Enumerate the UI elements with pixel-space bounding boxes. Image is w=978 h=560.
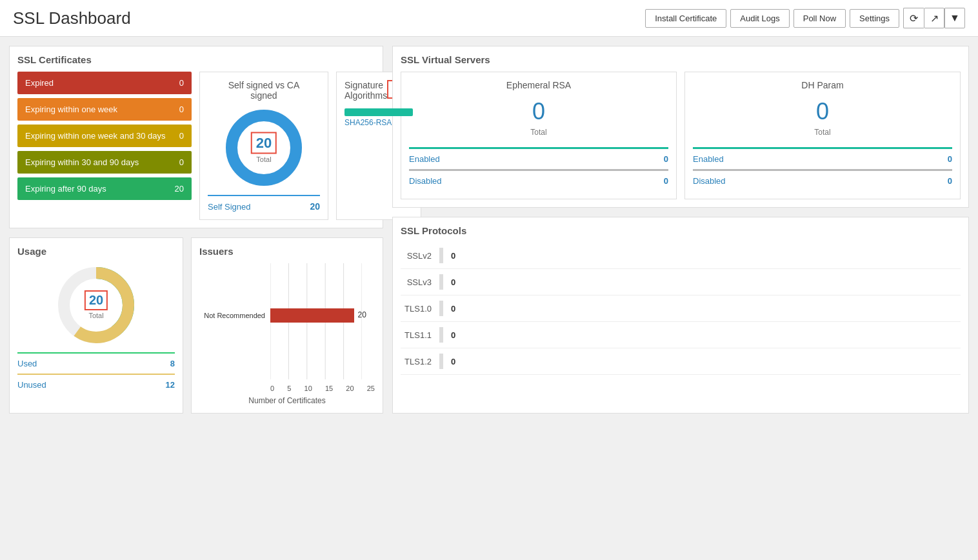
cert-bar-week[interactable]: Expiring within one week 0 bbox=[17, 98, 192, 121]
usage-section: Usage 20 Total bbox=[9, 237, 183, 414]
issuers-section: Issuers Not Recommen bbox=[191, 237, 383, 414]
protocol-tls10: TLS1.0 0 bbox=[401, 295, 961, 322]
x-label-5: 5 bbox=[287, 385, 291, 392]
dh-param-total: 0 bbox=[816, 98, 829, 125]
ssl-protocols-section: SSL Protocols SSLv2 0 SSLv3 0 TL bbox=[392, 217, 969, 414]
sig-bar-track bbox=[344, 108, 413, 116]
page-title: SSL Dashboard bbox=[13, 8, 131, 28]
install-certificate-button[interactable]: Install Certificate bbox=[645, 9, 726, 28]
protocol-sslv3: SSLv3 0 bbox=[401, 269, 961, 295]
issuer-bar-value: 20 bbox=[358, 310, 366, 319]
dashboard: SSL Certificates Expired 0 Expiring with… bbox=[0, 37, 978, 423]
dropdown-icon[interactable]: ▼ bbox=[944, 8, 965, 28]
protocol-sslv3-value: 0 bbox=[451, 277, 455, 287]
cert-bar-week-label: Expiring within one week bbox=[25, 105, 117, 114]
dh-param-disabled-row[interactable]: Disabled 0 bbox=[693, 169, 952, 191]
protocol-sslv3-name: SSLv3 bbox=[401, 277, 439, 287]
protocol-tls12-name: TLS1.2 bbox=[401, 357, 439, 366]
cert-bar-expired-value: 0 bbox=[179, 78, 184, 88]
sig-algo-name: SHA256-RSA bbox=[344, 118, 392, 127]
issuer-bar bbox=[270, 308, 354, 323]
usage-used-row[interactable]: Used 8 bbox=[17, 352, 175, 374]
protocol-sslv2-value: 0 bbox=[451, 251, 455, 261]
x-label-25: 25 bbox=[367, 385, 375, 392]
dh-param-total-label: Total bbox=[814, 128, 830, 137]
usage-unused-row[interactable]: Unused 12 bbox=[17, 374, 175, 395]
usage-unused-value: 12 bbox=[166, 380, 175, 390]
dh-param-card: DH Param 0 Total Enabled 0 Disabled 0 bbox=[684, 72, 961, 199]
ssl-certs-title: SSL Certificates bbox=[17, 54, 375, 65]
x-label-20: 20 bbox=[346, 385, 354, 392]
dh-param-disabled-value: 0 bbox=[948, 176, 952, 186]
protocol-sslv2-name: SSLv2 bbox=[401, 251, 439, 261]
refresh-icon[interactable]: ⟳ bbox=[903, 8, 924, 28]
ssl-certs-section: SSL Certificates Expired 0 Expiring with… bbox=[9, 46, 383, 228]
usage-used-value: 8 bbox=[170, 359, 175, 368]
x-label-0: 0 bbox=[270, 385, 274, 392]
toolbar: Install Certificate Audit Logs Poll Now … bbox=[645, 8, 965, 28]
self-signed-donut-label: 20 Total bbox=[251, 132, 277, 164]
ssl-vs-title: SSL Virtual Servers bbox=[401, 54, 961, 65]
issuers-title: Issuers bbox=[199, 246, 375, 257]
issuer-bar-row: Not Recommended 20 bbox=[199, 308, 375, 323]
cert-bar-week-30[interactable]: Expiring within one week and 30 days 0 bbox=[17, 125, 192, 147]
x-label-15: 15 bbox=[325, 385, 333, 392]
self-signed-footer: Self Signed 20 bbox=[208, 195, 320, 212]
cert-bar-expired[interactable]: Expired 0 bbox=[17, 72, 192, 94]
self-signed-footer-value: 20 bbox=[310, 201, 320, 212]
extra-actions: ⟳ ↗ ▼ bbox=[903, 8, 965, 28]
dh-param-title: DH Param bbox=[801, 80, 843, 90]
ephemeral-rsa-enabled-label: Enabled bbox=[409, 154, 440, 164]
cert-bars: Expired 0 Expiring within one week 0 Exp… bbox=[17, 72, 192, 220]
audit-logs-button[interactable]: Audit Logs bbox=[730, 9, 789, 28]
ssl-vs-grid: Ephemeral RSA 0 Total Enabled 0 Disabled… bbox=[401, 72, 961, 199]
protocol-tls12-bar bbox=[439, 354, 443, 369]
cert-bar-days-30-90[interactable]: Expiring within 30 and 90 days 0 bbox=[17, 151, 192, 174]
protocol-tls11-value: 0 bbox=[451, 330, 455, 340]
ephemeral-rsa-enabled-row[interactable]: Enabled 0 bbox=[409, 147, 668, 169]
usage-donut: 20 Total bbox=[54, 263, 138, 347]
ephemeral-rsa-rows: Enabled 0 Disabled 0 bbox=[409, 147, 668, 191]
sig-title: SignatureAlgorithms bbox=[344, 80, 387, 101]
usage-used-label: Used bbox=[17, 359, 37, 368]
settings-button[interactable]: Settings bbox=[850, 9, 899, 28]
ssl-certs-inner: Expired 0 Expiring within one week 0 Exp… bbox=[17, 72, 375, 220]
protocol-sslv2: SSLv2 0 bbox=[401, 243, 961, 269]
protocol-tls11: TLS1.1 0 bbox=[401, 322, 961, 348]
external-link-icon[interactable]: ↗ bbox=[924, 8, 944, 28]
cert-bar-week-value: 0 bbox=[179, 105, 184, 114]
issuer-bar-container: 20 bbox=[270, 308, 375, 323]
cert-bar-after-90-value: 20 bbox=[175, 184, 184, 194]
self-signed-total: 20 bbox=[251, 132, 277, 154]
self-signed-total-label: Total bbox=[256, 155, 271, 163]
left-panel: SSL Certificates Expired 0 Expiring with… bbox=[9, 46, 383, 414]
ephemeral-rsa-disabled-value: 0 bbox=[664, 176, 668, 186]
dh-param-enabled-value: 0 bbox=[948, 154, 952, 164]
cert-bar-after-90-label: Expiring after 90 days bbox=[25, 184, 106, 194]
usage-total: 20 bbox=[85, 290, 108, 310]
self-signed-footer-label: Self Signed bbox=[208, 202, 251, 212]
protocol-tls10-bar bbox=[439, 301, 443, 316]
cert-bar-expired-label: Expired bbox=[25, 78, 54, 88]
top-bar: SSL Dashboard Install Certificate Audit … bbox=[0, 0, 978, 37]
usage-title: Usage bbox=[17, 246, 175, 257]
protocol-tls10-name: TLS1.0 bbox=[401, 304, 439, 314]
ssl-virtual-servers-section: SSL Virtual Servers Ephemeral RSA 0 Tota… bbox=[392, 46, 969, 208]
x-axis-labels: 0 5 10 15 20 25 bbox=[270, 385, 375, 392]
self-signed-title: Self signed vs CAsigned bbox=[228, 80, 300, 101]
self-signed-donut-section: Self signed vs CAsigned 20 Total bbox=[199, 72, 328, 220]
protocol-sslv2-bar bbox=[439, 248, 443, 263]
usage-total-label: Total bbox=[88, 312, 103, 319]
protocol-tls10-value: 0 bbox=[451, 304, 455, 314]
x-axis-label: Number of Certificates bbox=[248, 396, 325, 405]
ephemeral-rsa-total: 0 bbox=[532, 98, 545, 125]
dh-param-disabled-label: Disabled bbox=[693, 176, 726, 186]
cert-bar-after-90[interactable]: Expiring after 90 days 20 bbox=[17, 177, 192, 200]
dh-param-enabled-row[interactable]: Enabled 0 bbox=[693, 147, 952, 169]
protocol-tls11-name: TLS1.1 bbox=[401, 330, 439, 340]
ephemeral-rsa-disabled-row[interactable]: Disabled 0 bbox=[409, 169, 668, 191]
poll-now-button[interactable]: Poll Now bbox=[793, 9, 846, 28]
protocol-tls11-bar bbox=[439, 327, 443, 343]
protocol-tls12: TLS1.2 0 bbox=[401, 348, 961, 375]
protocol-sslv3-bar bbox=[439, 274, 443, 290]
